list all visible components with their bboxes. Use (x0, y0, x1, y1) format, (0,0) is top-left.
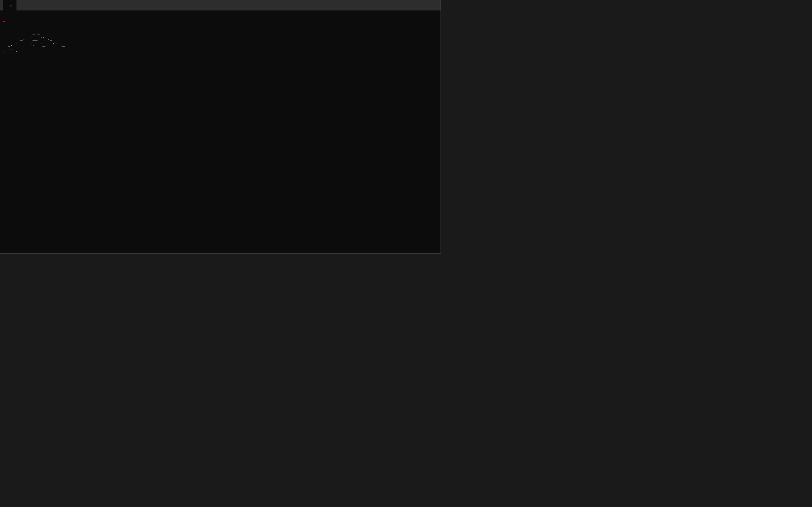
left-titlebar: ✕ (0, 0, 441, 10)
left-cmd1-highlight (3, 21, 5, 22)
left-minimize-button[interactable] (411, 2, 419, 9)
left-window-controls (411, 2, 438, 9)
left-close-button[interactable] (430, 2, 438, 9)
left-blank1 (3, 12, 438, 18)
left-terminal: _._ _.-``__ ''-._ _.-`` `. `_. ''-._ .-`… (0, 10, 441, 253)
left-tab-close[interactable]: ✕ (10, 3, 12, 8)
left-ascii-art: _._ _.-``__ ''-._ _.-`` `. `_. ''-._ .-`… (3, 31, 164, 54)
left-window: ✕ _._ (0, 0, 441, 253)
left-prompt1 (3, 18, 438, 24)
left-tabs: ✕ (3, 0, 409, 10)
left-blank2 (3, 24, 438, 31)
left-maximize-button[interactable] (420, 2, 428, 9)
left-ascii-section: _._ _.-``__ ''-._ _.-`` `. `_. ''-._ .-`… (3, 31, 438, 54)
left-tab-1[interactable]: ✕ (3, 0, 16, 10)
